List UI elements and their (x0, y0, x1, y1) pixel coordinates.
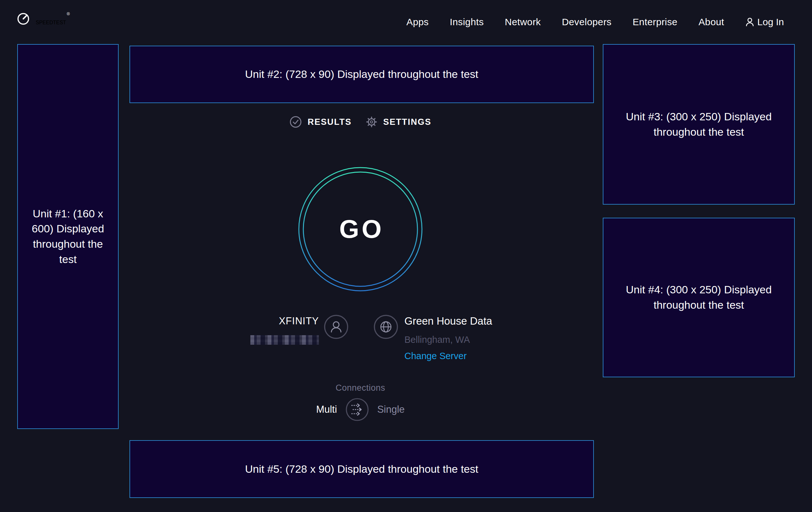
nav-item-developers[interactable]: Developers (562, 17, 612, 27)
server-info: Green House Data Bellingham, WA Change S… (404, 315, 492, 361)
server-location: Bellingham, WA (404, 334, 492, 345)
connections-label: Connections (0, 383, 721, 393)
tab-settings[interactable]: SETTINGS (365, 115, 432, 128)
ad-unit-5-leaderboard[interactable]: Unit #5: (728 x 90) Displayed throughout… (129, 440, 594, 498)
nav-item-insights[interactable]: Insights (450, 17, 484, 27)
logo-text: SPEEDTEST® (36, 11, 70, 26)
connections-toggle-icon[interactable] (345, 398, 369, 421)
ad-unit-4-label: Unit #4: (300 x 250) Displayed throughou… (624, 282, 774, 313)
ad-unit-4-rectangle[interactable]: Unit #4: (300 x 250) Displayed throughou… (603, 218, 795, 377)
result-settings-tabs: RESULTS SETTINGS (0, 115, 721, 128)
nav-item-about[interactable]: About (698, 17, 724, 27)
header: SPEEDTEST® Apps Insights Network Develop… (0, 0, 812, 44)
login-user-icon (745, 17, 754, 27)
tab-results[interactable]: RESULTS (289, 115, 351, 128)
connections-toggle-row: Multi Single (0, 398, 721, 421)
isp-name: XFINITY (223, 315, 319, 328)
isp-ip-redacted (250, 335, 319, 345)
tab-results-label: RESULTS (308, 117, 351, 127)
connections-multi-option[interactable]: Multi (316, 404, 337, 415)
speedtest-logo[interactable]: SPEEDTEST® (17, 11, 70, 26)
ad-unit-5-label: Unit #5: (728 x 90) Displayed throughout… (245, 462, 478, 477)
nav-item-enterprise[interactable]: Enterprise (633, 17, 677, 27)
tab-settings-label: SETTINGS (383, 117, 432, 127)
connections-single-option[interactable]: Single (377, 404, 405, 415)
nav-item-apps[interactable]: Apps (406, 17, 429, 27)
change-server-link[interactable]: Change Server (404, 350, 492, 361)
ad-unit-2-leaderboard[interactable]: Unit #2: (728 x 90) Displayed throughout… (129, 46, 594, 103)
logo-trademark: ® (67, 11, 70, 16)
server-globe-icon (374, 315, 398, 341)
ad-unit-2-label: Unit #2: (728 x 90) Displayed throughout… (245, 67, 478, 82)
nav-item-network[interactable]: Network (505, 17, 541, 27)
main-nav: Apps Insights Network Developers Enterpr… (406, 0, 784, 44)
ad-unit-1-label: Unit #1: (160 x 600) Displayed throughou… (28, 206, 108, 267)
go-button[interactable]: GO (297, 166, 423, 292)
server-name: Green House Data (404, 315, 492, 327)
isp-info: XFINITY (223, 315, 319, 345)
gear-icon (365, 115, 378, 128)
ad-unit-1-skyscraper[interactable]: Unit #1: (160 x 600) Displayed throughou… (17, 44, 119, 429)
isp-user-icon (324, 315, 349, 341)
speedtest-gauge-icon (17, 12, 30, 25)
check-circle-icon (289, 115, 302, 128)
go-button-label: GO (297, 166, 423, 292)
login-button[interactable]: Log In (745, 17, 784, 27)
login-label: Log In (757, 17, 784, 27)
